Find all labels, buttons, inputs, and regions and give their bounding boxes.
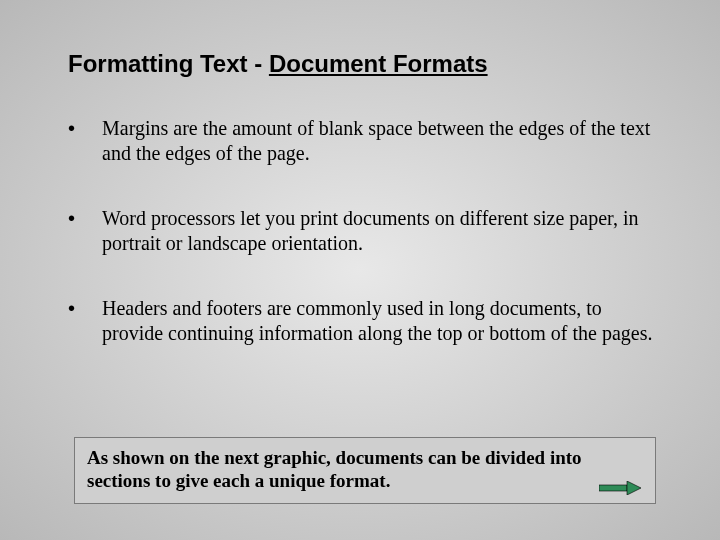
bullet-text: Margins are the amount of blank space be… [102,116,658,166]
bullet-text: Word processors let you print documents … [102,206,658,256]
title-underlined: Document Formats [269,50,488,77]
svg-marker-1 [627,481,641,495]
title-prefix: Formatting Text - [68,50,269,77]
callout-text: As shown on the next graphic, documents … [87,447,582,492]
next-arrow-icon [599,481,641,495]
bullet-icon: • [64,116,102,140]
bullet-text: Headers and footers are commonly used in… [102,296,658,346]
callout-box: As shown on the next graphic, documents … [74,437,656,505]
slide: Formatting Text - Document Formats • Mar… [0,0,720,540]
bullet-icon: • [64,296,102,320]
slide-title: Formatting Text - Document Formats [62,50,658,78]
list-item: • Word processors let you print document… [64,206,658,256]
bullet-list: • Margins are the amount of blank space … [62,116,658,346]
svg-rect-0 [599,485,627,491]
list-item: • Margins are the amount of blank space … [64,116,658,166]
list-item: • Headers and footers are commonly used … [64,296,658,346]
bullet-icon: • [64,206,102,230]
